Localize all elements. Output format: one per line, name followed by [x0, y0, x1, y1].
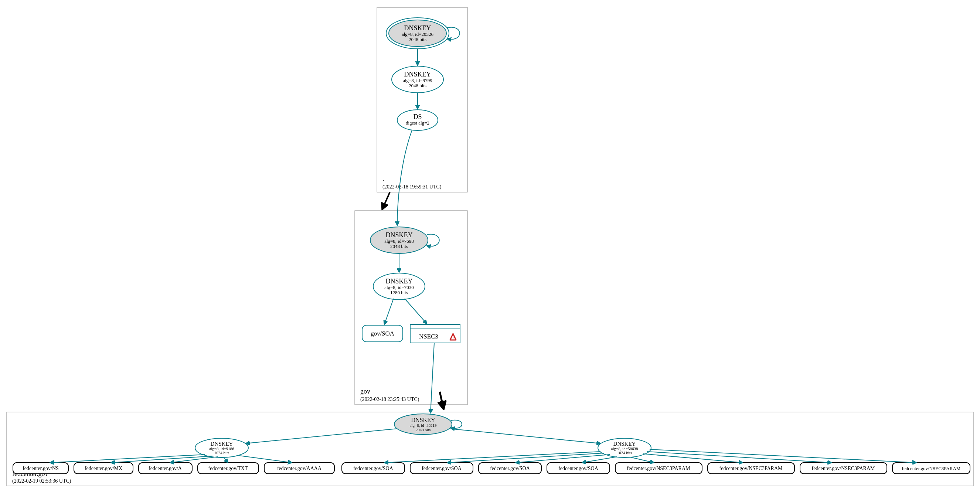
leaf-l10: fedcenter.gov/NSEC3PARAM	[708, 463, 794, 474]
node-fc-ksk: DNSKEY alg=8, id=46219 2048 bits	[394, 414, 452, 434]
svg-text:!: !	[452, 335, 454, 340]
svg-text:2048 bits: 2048 bits	[416, 428, 431, 432]
svg-text:DNSKEY: DNSKEY	[211, 441, 233, 447]
svg-text:fedcenter.gov/A: fedcenter.gov/A	[148, 466, 182, 471]
leaf-l3: fedcenter.gov/TXT	[198, 463, 259, 474]
node-gov-zsk: DNSKEY alg=8, id=7030 1280 bits	[373, 273, 425, 300]
svg-text:1280 bits: 1280 bits	[390, 290, 408, 295]
svg-text:alg=8, id=7698: alg=8, id=7698	[384, 239, 414, 244]
svg-text:1024 bits: 1024 bits	[214, 450, 229, 455]
svg-text:fedcenter.gov/SOA: fedcenter.gov/SOA	[353, 466, 393, 471]
leaf-l1: fedcenter.gov/MX	[74, 463, 133, 474]
leaf-l8: fedcenter.gov/SOA	[547, 463, 610, 474]
svg-text:fedcenter.gov/NSEC3PARAM: fedcenter.gov/NSEC3PARAM	[719, 466, 783, 471]
zone-root-name: .	[382, 175, 384, 183]
svg-text:fedcenter.gov/NSEC3PARAM: fedcenter.gov/NSEC3PARAM	[627, 466, 690, 471]
zone-gov-name: gov	[360, 388, 370, 395]
svg-text:2048 bits: 2048 bits	[409, 83, 426, 88]
leaf-l4: fedcenter.gov/AAAA	[264, 463, 334, 474]
leaf-l2: fedcenter.gov/A	[138, 463, 192, 474]
svg-text:DNSKEY: DNSKEY	[404, 24, 431, 32]
svg-text:fedcenter.gov/NSEC3PARAM: fedcenter.gov/NSEC3PARAM	[902, 466, 961, 471]
node-root-zsk: DNSKEY alg=8, id=9799 2048 bits	[392, 66, 444, 93]
leaf-l11: fedcenter.gov/NSEC3PARAM	[800, 463, 887, 474]
svg-text:2048 bits: 2048 bits	[390, 243, 408, 249]
node-root-ksk: DNSKEY alg=8, id=20326 2048 bits	[386, 18, 449, 49]
svg-text:alg=8, id=20326: alg=8, id=20326	[402, 32, 434, 37]
svg-text:fedcenter.gov/TXT: fedcenter.gov/TXT	[208, 466, 248, 471]
svg-text:fedcenter.gov/AAAA: fedcenter.gov/AAAA	[277, 466, 322, 471]
node-gov-ksk: DNSKEY alg=8, id=7698 2048 bits	[370, 227, 428, 253]
svg-text:fedcenter.gov/NSEC3PARAM: fedcenter.gov/NSEC3PARAM	[812, 466, 875, 471]
leaf-l5: fedcenter.gov/SOA	[342, 463, 405, 474]
svg-text:fedcenter.gov/NS: fedcenter.gov/NS	[22, 466, 59, 471]
zone-root-ts: (2022-02-18 19:59:31 UTC)	[382, 184, 442, 190]
svg-text:DNSKEY: DNSKEY	[613, 441, 636, 447]
svg-text:2048 bits: 2048 bits	[409, 37, 426, 42]
svg-text:DS: DS	[413, 113, 422, 121]
svg-rect-66	[0, 406, 980, 490]
node-gov-soa: gov/SOA	[362, 325, 403, 342]
svg-text:DNSKEY: DNSKEY	[411, 417, 435, 423]
svg-text:DNSKEY: DNSKEY	[385, 231, 412, 239]
leaf-l9: fedcenter.gov/NSEC3PARAM	[615, 463, 702, 474]
svg-text:fedcenter.gov/SOA: fedcenter.gov/SOA	[490, 466, 530, 471]
zone-gov-ts: (2022-02-18 23:25:43 UTC)	[360, 396, 419, 402]
svg-text:gov/SOA: gov/SOA	[371, 330, 395, 337]
leaf-l6: fedcenter.gov/SOA	[410, 463, 473, 474]
node-root-ds: DS digest alg=2	[397, 110, 438, 130]
svg-text:fedcenter.gov/SOA: fedcenter.gov/SOA	[422, 466, 462, 471]
svg-text:alg=8, id=46219: alg=8, id=46219	[410, 423, 437, 428]
svg-text:1024 bits: 1024 bits	[617, 450, 632, 455]
leaf-l7: fedcenter.gov/SOA	[479, 463, 541, 474]
zone-fedcenter-ts: (2022-02-19 02:53:36 UTC)	[12, 478, 71, 484]
svg-text:DNSKEY: DNSKEY	[385, 277, 412, 285]
svg-text:alg=8, id=9799: alg=8, id=9799	[403, 78, 432, 83]
svg-text:DNSKEY: DNSKEY	[404, 71, 431, 78]
svg-text:fedcenter.gov/SOA: fedcenter.gov/SOA	[558, 466, 599, 471]
svg-text:alg=8, id=7030: alg=8, id=7030	[384, 285, 414, 290]
svg-text:NSEC3: NSEC3	[419, 333, 438, 340]
node-gov-nsec3: NSEC3 !	[410, 325, 460, 343]
leaf-l12: fedcenter.gov/NSEC3PARAM	[892, 463, 970, 474]
leaf-l0: fedcenter.gov/NS	[13, 463, 68, 474]
svg-text:digest alg=2: digest alg=2	[406, 120, 430, 126]
dnssec-graph: . (2022-02-18 19:59:31 UTC) DNSKEY alg=8…	[0, 0, 980, 490]
svg-text:fedcenter.gov/MX: fedcenter.gov/MX	[84, 466, 123, 471]
